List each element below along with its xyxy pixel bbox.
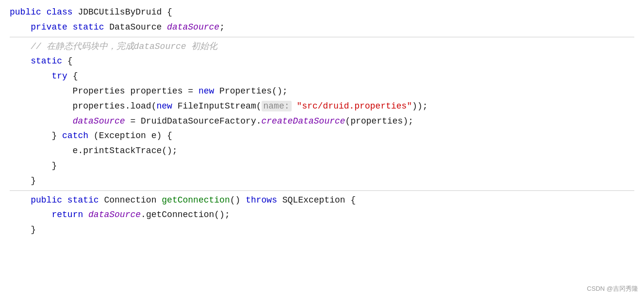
- code-line: }: [10, 173, 634, 188]
- code-token: createDataSource: [262, 116, 346, 126]
- code-token: static: [67, 195, 99, 205]
- code-line: Properties properties = new Properties()…: [10, 84, 634, 99]
- code-token: try: [51, 71, 67, 81]
- code-token: public: [10, 7, 41, 17]
- code-token: new: [156, 101, 172, 111]
- code-line: properties.load(new FileInputStream(name…: [10, 99, 634, 114]
- code-token: static: [73, 22, 104, 32]
- code-token: JDBCUtilsByDruid {: [73, 7, 172, 17]
- code-token: {: [62, 56, 73, 66]
- code-token: dataSource: [88, 210, 141, 220]
- code-divider: [10, 37, 634, 37]
- code-line: return dataSource.getConnection();: [10, 207, 634, 222]
- code-line: public static Connection getConnection()…: [10, 193, 634, 208]
- code-line: private static DataSource dataSource;: [10, 20, 634, 35]
- code-token: throws: [246, 195, 277, 205]
- code-line: } catch (Exception e) {: [10, 128, 634, 143]
- code-token: dataSource: [167, 22, 219, 32]
- code-token: return: [51, 210, 83, 220]
- code-token: private: [31, 22, 67, 32]
- code-token: public: [31, 195, 62, 205]
- code-line: try {: [10, 69, 634, 84]
- code-divider: [10, 190, 634, 191]
- code-line: e.printStackTrace();: [10, 143, 634, 158]
- code-token: catch: [62, 131, 88, 141]
- code-line: }: [10, 222, 634, 237]
- code-token: new: [198, 86, 214, 96]
- watermark: CSDN @吉冈秀隆: [587, 284, 638, 294]
- code-line: public class JDBCUtilsByDruid {: [10, 5, 634, 20]
- code-line: // 在静态代码块中，完成dataSource 初始化: [10, 39, 634, 54]
- param-hint: name:: [262, 101, 292, 111]
- code-token: // 在静态代码块中，完成dataSource 初始化: [10, 42, 217, 51]
- code-line: dataSource = DruidDataSourceFactory.crea…: [10, 114, 634, 129]
- code-token: class: [47, 7, 73, 17]
- code-token: getConnection: [162, 195, 230, 205]
- code-token: static: [31, 56, 62, 66]
- code-line: static {: [10, 54, 634, 69]
- code-token: "src/druid.properties": [297, 101, 412, 111]
- code-editor: public class JDBCUtilsByDruid { private …: [0, 0, 644, 298]
- code-token: {: [67, 71, 78, 81]
- code-content: public class JDBCUtilsByDruid { private …: [10, 5, 634, 237]
- code-line: }: [10, 158, 634, 173]
- code-token: dataSource: [73, 116, 125, 126]
